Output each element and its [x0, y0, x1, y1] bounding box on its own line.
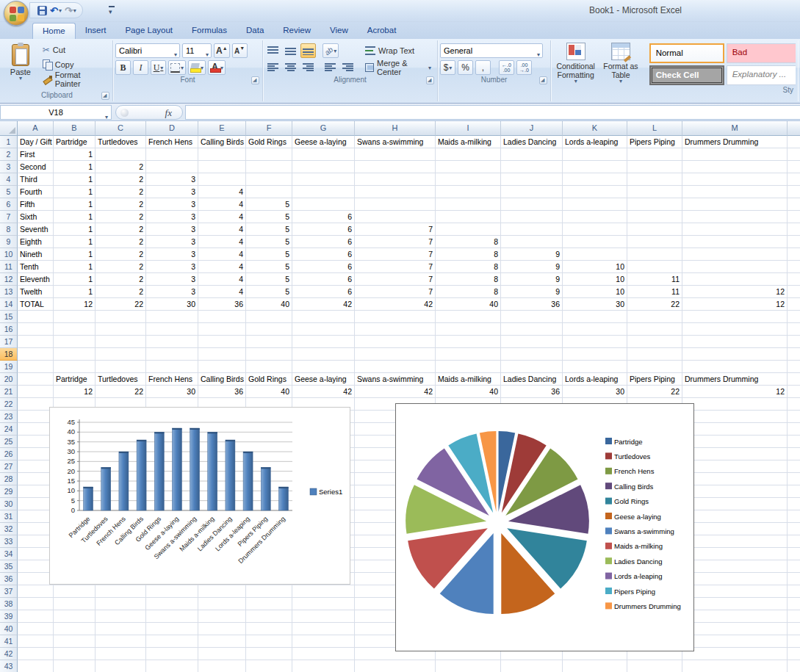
align-middle-button[interactable]: [283, 43, 298, 58]
cell-C2[interactable]: [96, 148, 146, 161]
increase-indent-button[interactable]: [340, 60, 356, 75]
cell-L5[interactable]: [627, 186, 682, 198]
cell-M18[interactable]: [682, 348, 788, 361]
number-dialog-launcher[interactable]: [539, 76, 547, 84]
cell-B3[interactable]: 1: [54, 161, 96, 173]
alignment-dialog-launcher[interactable]: [426, 76, 434, 84]
cell-M31[interactable]: [682, 510, 788, 523]
cell-E12[interactable]: 4: [198, 273, 246, 286]
cell-I3[interactable]: [436, 161, 501, 173]
cell-B42[interactable]: [54, 648, 96, 660]
column-header-A[interactable]: A: [18, 121, 54, 136]
cell-H19[interactable]: [355, 361, 436, 373]
row-header-28[interactable]: 28: [0, 473, 18, 485]
cell-N8[interactable]: [788, 223, 800, 236]
tab-view[interactable]: View: [320, 23, 358, 39]
cell-A29[interactable]: [18, 485, 54, 498]
cell-J12[interactable]: 9: [501, 273, 563, 286]
cell-G11[interactable]: 6: [292, 261, 355, 273]
cell-F11[interactable]: 5: [246, 261, 292, 273]
cell-G6[interactable]: [292, 198, 355, 211]
cell-B1[interactable]: Partridge: [54, 136, 96, 148]
cell-N21[interactable]: [788, 386, 800, 398]
bar-lords-a-leaping[interactable]: [243, 452, 253, 510]
row-header-7[interactable]: 7: [0, 211, 18, 223]
cell-K43[interactable]: [563, 660, 627, 672]
cell-I5[interactable]: [436, 186, 501, 198]
cell-M1[interactable]: Drummers Drumming: [682, 136, 788, 148]
cell-G3[interactable]: [292, 161, 355, 173]
row-header-36[interactable]: 36: [0, 573, 18, 585]
row-header-12[interactable]: 12: [0, 273, 18, 286]
cell-N4[interactable]: [788, 173, 800, 186]
align-center-button[interactable]: [283, 60, 298, 75]
cell-F39[interactable]: [246, 610, 292, 623]
cell-L15[interactable]: [627, 311, 682, 323]
decrease-decimal-button[interactable]: .00→.0: [516, 60, 532, 75]
save-button[interactable]: [37, 6, 47, 15]
row-header-38[interactable]: 38: [0, 598, 18, 610]
row-header-13[interactable]: 13: [0, 286, 18, 298]
cell-H8[interactable]: 7: [355, 223, 436, 236]
cell-H7[interactable]: [355, 211, 436, 223]
cell-G16[interactable]: [292, 323, 355, 336]
cell-D3[interactable]: [146, 161, 198, 173]
cell-E16[interactable]: [198, 323, 246, 336]
cell-A41[interactable]: [18, 635, 54, 648]
cell-M43[interactable]: [682, 660, 788, 672]
column-header-F[interactable]: F: [246, 121, 292, 136]
cell-F9[interactable]: 5: [246, 236, 292, 248]
cell-L13[interactable]: 11: [627, 286, 682, 298]
cell-M26[interactable]: [682, 448, 788, 460]
cell-A9[interactable]: Eighth: [18, 236, 54, 248]
cell-F14[interactable]: 40: [246, 298, 292, 311]
cell-M4[interactable]: [682, 173, 788, 186]
cell-L19[interactable]: [627, 361, 682, 373]
cell-B17[interactable]: [54, 336, 96, 348]
undo-dropdown[interactable]: ▾: [59, 7, 62, 14]
cell-K15[interactable]: [563, 311, 627, 323]
row-header-27[interactable]: 27: [0, 460, 18, 473]
cell-G12[interactable]: 6: [292, 273, 355, 286]
cell-I2[interactable]: [436, 148, 501, 161]
cell-M13[interactable]: 12: [682, 286, 788, 298]
cell-N10[interactable]: [788, 248, 800, 261]
cell-M21[interactable]: 12: [682, 386, 788, 398]
cell-E8[interactable]: 4: [198, 223, 246, 236]
cell-K12[interactable]: 10: [563, 273, 627, 286]
cell-E10[interactable]: 4: [198, 248, 246, 261]
cell-D40[interactable]: [146, 623, 198, 635]
cell-F3[interactable]: [246, 161, 292, 173]
row-header-25[interactable]: 25: [0, 436, 18, 448]
shrink-font-button[interactable]: A▼: [232, 43, 248, 58]
cell-A22[interactable]: [18, 398, 54, 411]
cut-button[interactable]: ✂Cut: [40, 43, 110, 56]
cell-N18[interactable]: [788, 348, 800, 361]
cell-B13[interactable]: 1: [54, 286, 96, 298]
cell-N42[interactable]: [788, 648, 800, 660]
column-header-M[interactable]: M: [682, 121, 788, 136]
cell-N39[interactable]: [788, 610, 800, 623]
cell-D39[interactable]: [146, 610, 198, 623]
cell-A38[interactable]: [18, 598, 54, 610]
cell-D2[interactable]: [146, 148, 198, 161]
cell-M33[interactable]: [682, 535, 788, 548]
cell-K19[interactable]: [563, 361, 627, 373]
cell-G38[interactable]: [292, 598, 355, 610]
cell-N35[interactable]: [788, 560, 800, 573]
cell-K9[interactable]: [563, 236, 627, 248]
row-header-26[interactable]: 26: [0, 448, 18, 460]
cell-G42[interactable]: [292, 648, 355, 660]
cell-N17[interactable]: [788, 336, 800, 348]
cell-N41[interactable]: [788, 635, 800, 648]
cell-L18[interactable]: [627, 348, 682, 361]
cell-K3[interactable]: [563, 161, 627, 173]
cell-C13[interactable]: 2: [96, 286, 146, 298]
cell-K1[interactable]: Lords a-leaping: [563, 136, 627, 148]
cell-F4[interactable]: [246, 173, 292, 186]
cell-D38[interactable]: [146, 598, 198, 610]
cell-E39[interactable]: [198, 610, 246, 623]
row-header-34[interactable]: 34: [0, 548, 18, 560]
cell-G2[interactable]: [292, 148, 355, 161]
cell-D4[interactable]: 3: [146, 173, 198, 186]
